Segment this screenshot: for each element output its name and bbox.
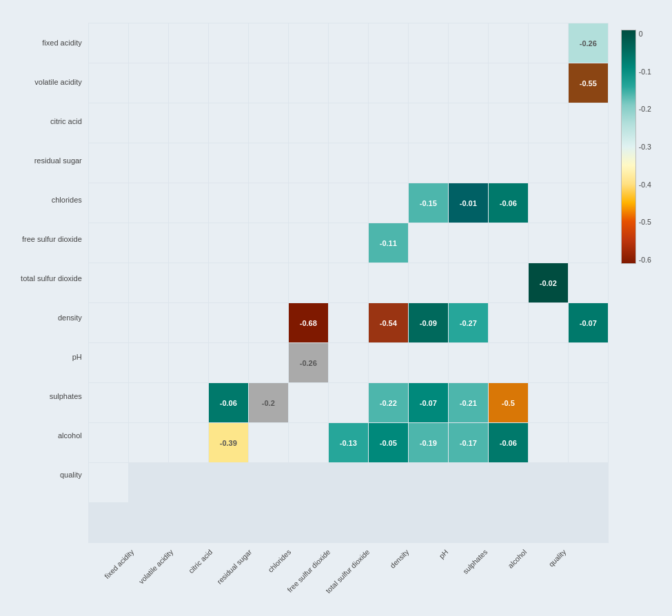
heatmap-cell-10-2: [289, 383, 328, 422]
heatmap-cell-6-6: [89, 263, 128, 302]
heatmap-cell-0-10: [489, 23, 528, 63]
heatmap-cell-4-5: [129, 183, 168, 223]
heatmap-cell-0-5: [289, 23, 328, 63]
y-label-8: pH: [72, 337, 84, 376]
heatmap-cell-2-1: -0.55: [569, 63, 608, 103]
heatmap-cell-10-11: [129, 423, 168, 462]
heatmap-cell-6-2: [449, 223, 488, 263]
heatmap-cell-4-3: [569, 143, 608, 183]
heatmap-cell-8-2: -0.54: [369, 303, 408, 342]
heatmap-cell-0-11: [529, 23, 568, 63]
heatmap-cell-0-9: [449, 23, 488, 63]
heatmap-cell-3-6: [209, 143, 248, 183]
heatmap-cell-3-11: [409, 143, 448, 183]
heatmap-cell-4-4: [89, 183, 128, 223]
heatmap-cell-11-2: [249, 423, 288, 462]
heatmap-cell-2-0: [529, 63, 568, 103]
heatmap-cell-4-9: [289, 183, 328, 223]
heatmap-cell-7-7: [89, 303, 128, 342]
heatmap-cell-2-4: [169, 103, 208, 143]
heatmap-cell-10-3: [329, 383, 368, 422]
heatmap-cell-2-6: [249, 103, 288, 143]
heatmap-cell-2-7: [289, 103, 328, 143]
y-label-0: fixed acidity: [42, 23, 83, 62]
heatmap-cell-8-11: [209, 343, 248, 382]
y-label-10: alcohol: [58, 415, 84, 455]
heatmap-cell-10-1: -0.2: [249, 383, 288, 422]
heatmap-cell-8-0: -0.68: [289, 303, 328, 342]
heatmap-cell-8-3: -0.09: [409, 303, 448, 342]
heatmap-cell-11-11: [89, 463, 128, 502]
heatmap-cell-11-6: -0.19: [409, 423, 448, 462]
heatmap-cell-1-9: [409, 63, 448, 103]
heatmap-cell-1-7: [329, 63, 368, 103]
legend-tick-1: -0.1: [639, 68, 651, 76]
heatmap-cell-4-0: [449, 143, 488, 183]
heatmap-cell-5-5: [89, 223, 128, 263]
chart-container: fixed acidityvolatile aciditycitric acid…: [0, 0, 672, 616]
legend-tick-0: 0: [639, 30, 651, 38]
heatmap-cell-2-10: [409, 103, 448, 143]
heatmap-cell-10-10: [89, 423, 128, 462]
heatmap-cell-7-9: [169, 303, 208, 342]
legend: 0-0.1-0.2-0.3-0.4-0.5-0.6: [621, 30, 651, 264]
heatmap-cell-8-6: [529, 303, 568, 342]
heatmap-cell-5-7: [169, 223, 208, 263]
heatmap-cell-11-9: [529, 423, 568, 462]
heatmap-cell-2-3: [129, 103, 168, 143]
y-label-7: density: [58, 298, 84, 337]
heatmap-cell-9-10: [129, 383, 168, 422]
heatmap-cell-5-0: -0.15: [409, 183, 448, 223]
heatmap-cell-10-4: -0.22: [369, 383, 408, 422]
heatmap-cell-11-3: [289, 423, 328, 462]
heatmap-cell-9-1: -0.26: [289, 343, 328, 382]
heatmap-cell-0-6: [329, 23, 368, 63]
heatmap-cell-9-7: [529, 343, 568, 382]
heatmap-cell-7-3: [449, 263, 488, 302]
x-labels: fixed acidityvolatile aciditycitric acid…: [88, 546, 609, 601]
grid-area: fixed acidityvolatile aciditycitric acid…: [21, 23, 609, 601]
heatmap-cell-11-4: -0.13: [329, 423, 368, 462]
heatmap-cell-3-8: [289, 143, 328, 183]
legend-tick-2: -0.2: [639, 105, 651, 113]
heatmap-cell-0-1: [129, 23, 168, 63]
heatmap-cell-3-0: [489, 103, 528, 143]
heatmap-cell-7-11: [249, 303, 288, 342]
legend-tick-3: -0.3: [639, 143, 651, 151]
heatmap-cell-7-10: [209, 303, 248, 342]
grid-with-x: -0.26-0.55-0.15-0.01-0.06-0.11-0.02-0.68…: [88, 23, 609, 601]
heatmap-cell-8-5: [489, 303, 528, 342]
heatmap-cell-10-0: -0.06: [209, 383, 248, 422]
heatmap-cell-4-10: [329, 183, 368, 223]
heatmap-cell-4-6: [169, 183, 208, 223]
heatmap-cell-3-2: [569, 103, 608, 143]
heatmap-cell-5-4: [569, 183, 608, 223]
heatmap-cell-6-4: [529, 223, 568, 263]
y-label-2: citric acid: [50, 101, 84, 141]
heatmap-cell-8-1: [329, 303, 368, 342]
heatmap-cell-11-1: -0.39: [209, 423, 248, 462]
heatmap-cell-7-2: [409, 263, 448, 302]
heatmap-cell-1-11: [489, 63, 528, 103]
heatmap-cell-0-7: [369, 23, 408, 63]
heatmap-cell-6-8: [169, 263, 208, 302]
heatmap-cell-6-1: [409, 223, 448, 263]
heatmap-cell-1-2: [129, 63, 168, 103]
heatmap-cell-3-1: [529, 103, 568, 143]
heatmap-cell-5-10: [289, 223, 328, 263]
legend-tick-5: -0.5: [639, 218, 651, 226]
heatmap-cell-0-8: [409, 23, 448, 63]
chart-body: fixed acidityvolatile aciditycitric acid…: [21, 23, 651, 601]
heatmap-cell-7-4: [489, 263, 528, 302]
heatmap-cell-2-11: [449, 103, 488, 143]
heatmap-cell-2-8: [329, 103, 368, 143]
heatmap-cell-2-9: [369, 103, 408, 143]
heatmap-cell-5-8: [209, 223, 248, 263]
heatmap-cell-10-8: [529, 383, 568, 422]
heatmap-cell-9-0: [249, 343, 288, 382]
heatmap-cell-8-4: -0.27: [449, 303, 488, 342]
heatmap-cell-5-11: [329, 223, 368, 263]
heatmap-cell-7-8: [129, 303, 168, 342]
heatmap-cell-3-7: [249, 143, 288, 183]
heatmap-cell-9-9: [89, 383, 128, 422]
